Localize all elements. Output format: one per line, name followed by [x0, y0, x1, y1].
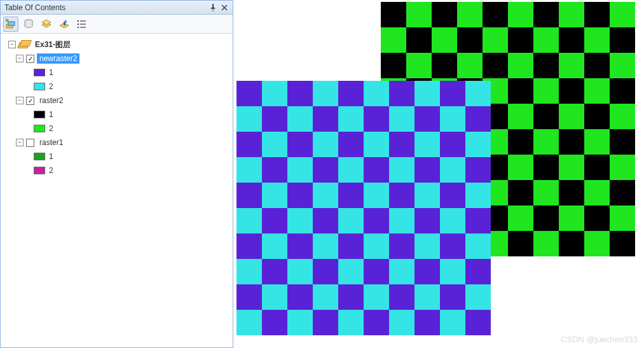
symbology-label: 2 [48, 124, 53, 133]
list-by-visibility-button[interactable] [39, 17, 54, 32]
svg-rect-1 [8, 22, 15, 25]
layer-node-raster2[interactable]: − raster2 [4, 94, 229, 108]
symbology-swatch [34, 69, 45, 76]
symbology-row: 1 [4, 108, 229, 122]
symbology-label: 1 [48, 68, 53, 77]
dataframe-node[interactable]: − Ex31-图层 [4, 38, 229, 52]
symbology-swatch [34, 111, 45, 118]
dataframe-label: Ex31-图层 [32, 39, 73, 51]
list-by-drawing-order-button[interactable] [3, 17, 18, 32]
symbology-label: 1 [48, 152, 53, 161]
expander-icon[interactable]: − [16, 55, 24, 62]
layer-visibility-checkbox[interactable] [26, 139, 34, 147]
toc-toolbar [1, 15, 233, 34]
expander-icon[interactable]: − [16, 139, 24, 146]
svg-rect-8 [80, 24, 86, 25]
map-canvas[interactable]: CSDN @juechen333 [233, 0, 644, 348]
symbology-swatch [34, 83, 45, 90]
pin-icon[interactable] [209, 3, 217, 12]
toc-tree: − Ex31-图层 − newraster2 1 2 [1, 34, 233, 347]
table-of-contents-panel: Table Of Contents [0, 0, 233, 348]
close-icon[interactable] [220, 3, 229, 12]
layer-visibility-checkbox[interactable] [26, 55, 34, 63]
svg-point-7 [78, 23, 79, 25]
layer-label: raster1 [37, 137, 65, 148]
list-by-selection-button[interactable] [57, 17, 72, 32]
expander-icon[interactable]: − [16, 97, 24, 104]
layer-visibility-checkbox[interactable] [26, 97, 34, 105]
symbology-label: 2 [48, 166, 53, 175]
layer-label: raster2 [37, 95, 65, 106]
layer-label: newraster2 [37, 53, 79, 64]
list-by-source-button[interactable] [21, 17, 36, 32]
svg-point-5 [78, 20, 79, 22]
svg-rect-4 [64, 22, 65, 25]
symbology-label: 1 [48, 110, 53, 119]
toc-header: Table Of Contents [1, 1, 233, 15]
layer-node-newraster2[interactable]: − newraster2 [4, 52, 229, 66]
toc-options-button[interactable] [74, 17, 90, 32]
dataframe-icon [18, 40, 30, 49]
symbology-row: 2 [4, 122, 229, 136]
symbology-row: 1 [4, 150, 229, 164]
expander-icon[interactable]: − [8, 41, 16, 48]
symbology-swatch [34, 125, 45, 132]
svg-rect-10 [80, 27, 86, 28]
svg-point-9 [78, 26, 79, 28]
raster-newraster2 [236, 81, 491, 335]
watermark: CSDN @juechen333 [561, 335, 638, 344]
symbology-label: 2 [48, 82, 53, 91]
symbology-swatch [34, 167, 45, 174]
svg-rect-6 [80, 20, 86, 22]
symbology-row: 1 [4, 66, 229, 80]
svg-point-2 [6, 19, 8, 22]
layer-node-raster1[interactable]: − raster1 [4, 136, 229, 150]
symbology-row: 2 [4, 164, 229, 177]
symbology-swatch [34, 153, 45, 160]
symbology-row: 2 [4, 80, 229, 94]
toc-title: Table Of Contents [4, 3, 65, 12]
